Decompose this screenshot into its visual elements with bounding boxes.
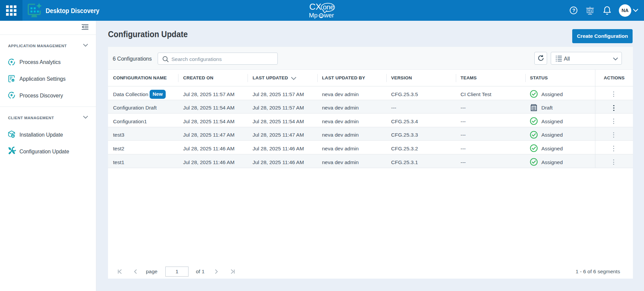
svg-text:one: one — [323, 3, 334, 11]
svg-text:CX: CX — [309, 2, 321, 12]
svg-text:wer: wer — [324, 12, 334, 19]
svg-text:?: ? — [572, 8, 575, 13]
svg-text:Mp: Mp — [309, 12, 318, 19]
